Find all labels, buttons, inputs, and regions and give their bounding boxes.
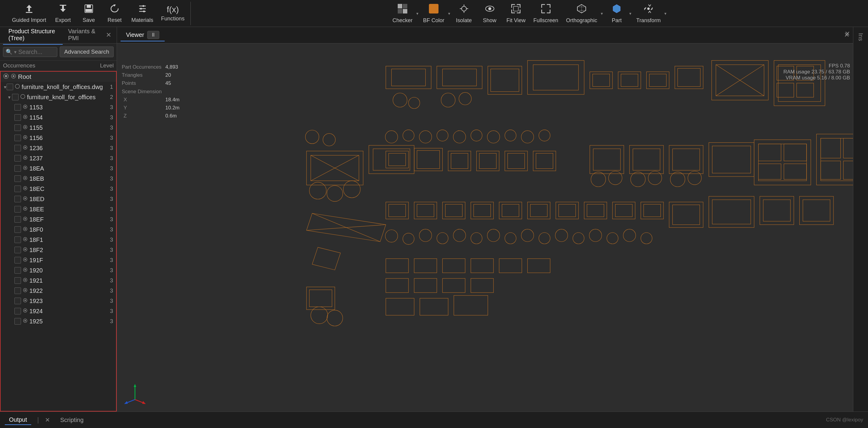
tree-row-n2[interactable]: ▾ furniture_knoll_for_offices 2 <box>1 92 116 102</box>
svg-point-7 <box>140 8 142 9</box>
tree-row-n10[interactable]: 18EB 3 <box>1 173 116 184</box>
save-button[interactable]: Save <box>77 2 101 25</box>
tree-row-n8[interactable]: 1237 3 <box>1 153 116 163</box>
tree-check-n14[interactable] <box>14 216 21 223</box>
fit-view-button[interactable]: Fit View <box>504 1 529 26</box>
tree-check-n8[interactable] <box>14 155 21 162</box>
tree-level-n18: 3 <box>103 257 115 263</box>
search-input[interactable] <box>18 48 55 56</box>
panel-close-button[interactable]: ✕ <box>103 30 114 40</box>
tree-check-n3[interactable] <box>14 104 21 110</box>
tree-row-n5[interactable]: 1155 3 <box>1 123 116 133</box>
tree-check-n22[interactable] <box>14 298 21 304</box>
reset-icon <box>110 4 120 16</box>
tree-check-n15[interactable] <box>14 226 21 233</box>
advanced-search-button[interactable]: Advanced Search <box>60 46 114 57</box>
tree-row-n23[interactable]: 1924 3 <box>1 306 116 316</box>
part-label: Part <box>612 18 622 24</box>
tab-product-structure[interactable]: Product Structure (Tree) <box>3 26 63 45</box>
bottom-close-button[interactable]: ✕ <box>45 416 50 424</box>
tab-variants-pmi[interactable]: Variants & PMI <box>63 26 103 45</box>
viewer-area[interactable]: Viewer ⏸ ✕ ✕ Part Occurrences 4,893 Tria… <box>117 27 853 411</box>
tree-row-n22[interactable]: 1923 3 <box>1 296 116 306</box>
scripting-tab[interactable]: Scripting <box>56 416 88 425</box>
transform-dropdown-icon[interactable]: ▾ <box>664 11 666 16</box>
tree-row-n14[interactable]: 18EF 3 <box>1 214 116 225</box>
part-dropdown-icon[interactable]: ▾ <box>629 11 631 16</box>
reset-button[interactable]: Reset <box>102 2 127 25</box>
tree-check-n20[interactable] <box>14 277 21 284</box>
tree-row-n24[interactable]: 1925 3 <box>1 316 116 326</box>
tree-check-n12[interactable] <box>14 196 21 202</box>
viewer-pause-button[interactable]: ⏸ <box>147 31 159 39</box>
tree-check-n16[interactable] <box>14 236 21 243</box>
tree-check-n1[interactable] <box>7 84 13 90</box>
tree-row-n1[interactable]: ▾ furniture_knoll_for_offices.dwg 1 <box>1 82 116 92</box>
orthographic-dropdown-icon[interactable]: ▾ <box>601 11 603 16</box>
tree-gear-icon-n17 <box>23 247 28 254</box>
svg-point-36 <box>25 157 26 158</box>
tree-row-n9[interactable]: 18EA 3 <box>1 163 116 173</box>
tree-row-root[interactable]: Root <box>1 72 116 82</box>
export-button[interactable]: Export <box>51 2 75 25</box>
fit-view-label: Fit View <box>506 18 526 24</box>
functions-button[interactable]: f(x) Functions <box>158 3 187 24</box>
materials-button[interactable]: Materials <box>128 2 156 25</box>
tree-row-n6[interactable]: 1156 3 <box>1 133 116 143</box>
tree-row-n7[interactable]: 1236 3 <box>1 143 116 153</box>
isolate-button[interactable]: Isolate <box>452 1 476 26</box>
tree-check-n9[interactable] <box>14 165 21 172</box>
tree-row-n4[interactable]: 1154 3 <box>1 112 116 123</box>
tree-check-n13[interactable] <box>14 206 21 212</box>
checker-button[interactable]: Checker <box>389 1 415 26</box>
orthographic-button[interactable]: Orthographic <box>563 1 600 26</box>
guided-import-label: Guided Import <box>12 17 46 23</box>
tree-check-n5[interactable] <box>14 124 21 131</box>
tree-check-n24[interactable] <box>14 318 21 325</box>
tree-row-n12[interactable]: 18ED 3 <box>1 194 116 204</box>
svg-rect-13 <box>429 4 438 13</box>
tree-row-n15[interactable]: 18F0 3 <box>1 225 116 235</box>
svg-marker-229 <box>124 401 128 404</box>
tree-container[interactable]: Root ▾ furniture_knoll_for_offices.dwg 1… <box>0 71 117 411</box>
tree-check-n2[interactable] <box>12 94 19 100</box>
tree-label-n4: 1154 <box>29 114 43 121</box>
tree-row-n16[interactable]: 18F1 3 <box>1 235 116 245</box>
tree-row-n19[interactable]: 1920 3 <box>1 265 116 275</box>
root-visibility-icon[interactable] <box>3 73 9 80</box>
tree-check-n11[interactable] <box>14 186 21 192</box>
tree-check-n10[interactable] <box>14 175 21 182</box>
tree-toggle-n1[interactable]: ▾ <box>3 84 7 90</box>
checker-dropdown-icon[interactable]: ▾ <box>416 11 418 16</box>
tree-row-n21[interactable]: 1922 3 <box>1 286 116 296</box>
tree-check-n18[interactable] <box>14 257 21 263</box>
bf-color-button[interactable]: BF Color <box>420 1 447 26</box>
x-label: X <box>120 96 163 104</box>
viewer-tab[interactable]: Viewer ⏸ <box>121 29 165 41</box>
tree-check-n6[interactable] <box>14 135 21 141</box>
show-button[interactable]: Show <box>478 1 502 26</box>
part-button[interactable]: Part <box>604 1 629 26</box>
tree-row-n3[interactable]: 1153 3 <box>1 102 116 112</box>
canvas-area[interactable]: Part Occurrences 4,893 Triangles 20 Poin… <box>117 43 853 411</box>
tree-row-n11[interactable]: 18EC 3 <box>1 184 116 194</box>
tree-check-n17[interactable] <box>14 247 21 253</box>
search-dropdown-icon[interactable]: ▾ <box>14 49 17 55</box>
tree-check-n19[interactable] <box>14 267 21 274</box>
tree-check-n21[interactable] <box>14 288 21 294</box>
tree-row-n20[interactable]: 1921 3 <box>1 275 116 286</box>
right-panel-close-button[interactable]: ✕ <box>845 30 850 38</box>
tree-check-n23[interactable] <box>14 308 21 315</box>
fullscreen-button[interactable]: Fullscreen <box>530 1 561 26</box>
guided-import-button[interactable]: Guided Import <box>9 2 49 25</box>
tree-row-n17[interactable]: 18F2 3 <box>1 245 116 255</box>
transform-button[interactable]: Transform <box>633 1 663 26</box>
tree-row-n13[interactable]: 18EE 3 <box>1 204 116 214</box>
tree-check-n4[interactable] <box>14 114 21 121</box>
bf-color-dropdown-icon[interactable]: ▾ <box>448 11 450 16</box>
output-tab[interactable]: Output <box>5 415 31 425</box>
tree-toggle-n2[interactable]: ▾ <box>7 94 12 100</box>
tree-level-n2: 2 <box>103 94 115 100</box>
tree-check-n7[interactable] <box>14 145 21 151</box>
tree-row-n18[interactable]: 191F 3 <box>1 255 116 265</box>
